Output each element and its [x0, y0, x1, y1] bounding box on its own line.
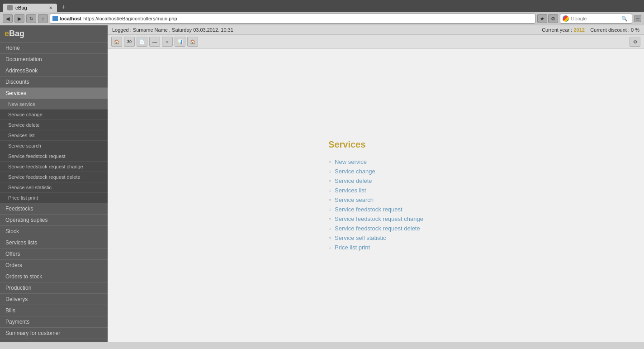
sidebar-item-services[interactable]: Services: [0, 88, 108, 99]
sidebar-item-operating-suplies[interactable]: Operating suplies: [0, 215, 108, 226]
sidebar-subitem-service-search[interactable]: Service search: [0, 141, 108, 151]
sidebar-subitem-price-list-print[interactable]: Price list print: [0, 193, 108, 203]
sidebar-item-offers[interactable]: Offers: [0, 249, 108, 260]
google-icon: [563, 15, 569, 22]
address-bar[interactable]: localhost https://localhost/eBag/control…: [50, 14, 535, 24]
sidebar-item-discounts[interactable]: Discounts: [0, 76, 108, 88]
sidebar-item-home[interactable]: Home: [0, 43, 108, 54]
toolbar-house-btn[interactable]: 🏠: [187, 37, 198, 47]
sidebar-item-deliverys[interactable]: Deliverys: [0, 294, 108, 305]
forward-btn[interactable]: ▶: [14, 14, 24, 23]
search-bar[interactable]: Google 🔍: [560, 14, 632, 24]
link-service-search[interactable]: Service search: [335, 196, 374, 203]
sidebar-item-orders[interactable]: Orders: [0, 260, 108, 271]
link-service-change[interactable]: Service change: [335, 168, 375, 175]
toolbar-gear-btn[interactable]: ⚙: [630, 37, 640, 47]
list-item: Service feedstock request change: [328, 214, 423, 224]
app-container: eBag Home Documentation AddressBook Disc…: [0, 25, 644, 342]
content-area: Services New service Service change Serv…: [108, 49, 644, 342]
link-new-service[interactable]: New service: [335, 158, 367, 165]
sidebar-subitem-sell-statistic[interactable]: Service sell statistic: [0, 182, 108, 193]
logo-bag: Bag: [9, 29, 24, 38]
status-bar: Logged : Surname Name , Saturday 03.03.2…: [108, 25, 644, 35]
sidebar-item-services-lists[interactable]: Services lists: [0, 237, 108, 249]
list-item: Service delete: [328, 176, 423, 186]
list-item: Services list: [328, 186, 423, 195]
logo-text: eBag: [5, 29, 24, 38]
browser-tab[interactable]: eBag ✕: [3, 4, 57, 12]
list-item: Price list print: [328, 243, 423, 252]
sidebar-item-stock[interactable]: Stock: [0, 226, 108, 237]
services-panel: Services New service Service change Serv…: [328, 139, 423, 252]
sidebar-item-bills[interactable]: Bills: [0, 305, 108, 316]
sidebar-subitem-new-service[interactable]: New service: [0, 99, 108, 110]
sidebar-item-orders-to-stock[interactable]: Orders to stock: [0, 271, 108, 282]
sidebar: eBag Home Documentation AddressBook Disc…: [0, 25, 108, 342]
sidebar-item-production[interactable]: Production: [0, 282, 108, 294]
toolbar-list-btn[interactable]: ≡: [162, 37, 173, 47]
sidebar-logo: eBag: [0, 25, 108, 43]
tools-btn[interactable]: ⚙: [548, 14, 558, 23]
sidebar-subitem-services-list[interactable]: Services list: [0, 130, 108, 141]
home-btn[interactable]: ⌂: [38, 14, 48, 23]
list-item: Service feedstock request: [328, 205, 423, 214]
sidebar-subitem-service-delete[interactable]: Service delete: [0, 120, 108, 130]
sidebar-subitem-feedstock-request-change[interactable]: Service feedstock request change: [0, 162, 108, 172]
link-feedstock-request-delete[interactable]: Service feedstock request delete: [335, 225, 420, 232]
sidebar-item-documentation[interactable]: Documentation: [0, 54, 108, 65]
tab-close-btn[interactable]: ✕: [49, 5, 52, 10]
current-discount-label: Current discount :: [590, 27, 630, 33]
year-discount-info: Current year : 2012 Current discount : 0…: [542, 27, 639, 33]
sidebar-subitem-service-change[interactable]: Service change: [0, 110, 108, 120]
toolbar-home-btn[interactable]: 🏠: [111, 37, 122, 47]
new-tab-btn[interactable]: +: [58, 2, 69, 12]
list-item: Service feedstock request delete: [328, 224, 423, 233]
link-price-list-print[interactable]: Price list print: [335, 244, 370, 251]
current-year-value: 2012: [573, 27, 586, 33]
list-item: New service: [328, 157, 423, 167]
list-item: Service change: [328, 167, 423, 176]
refresh-btn[interactable]: ↻: [26, 14, 36, 23]
sidebar-subitem-feedstock-request-delete[interactable]: Service feedstock request delete: [0, 172, 108, 182]
link-feedstock-request-change[interactable]: Service feedstock request change: [335, 215, 423, 222]
link-services-list[interactable]: Services list: [335, 187, 366, 194]
toolbar-line-btn[interactable]: —: [149, 37, 160, 47]
sidebar-item-payments[interactable]: Payments: [0, 316, 108, 328]
logo-e: e: [5, 29, 9, 38]
logged-info: Logged : Surname Name , Saturday 03.03.2…: [112, 27, 233, 33]
address-url: https://localhost/eBag/controllers/main.…: [83, 16, 177, 21]
list-item: Service sell statistic: [328, 233, 423, 243]
sidebar-item-summary-for-customer[interactable]: Summary for customer: [0, 328, 108, 339]
toolbar-chart-btn[interactable]: 📊: [175, 37, 185, 47]
address-favicon: [52, 16, 58, 21]
address-host: localhost: [60, 16, 81, 21]
toolbar: 🏠 30 📄 — ≡ 📊 🏠 ⚙: [108, 35, 644, 49]
current-year-label: Current year :: [542, 27, 572, 33]
browser-chrome: eBag ✕ +: [0, 0, 644, 12]
sidebar-subitem-feedstock-request[interactable]: Service feedstock request: [0, 151, 108, 162]
sidebar-item-employees[interactable]: Employees: [0, 339, 108, 342]
search-btn[interactable]: 🔍: [620, 14, 630, 23]
link-feedstock-request[interactable]: Service feedstock request: [335, 206, 402, 213]
tab-favicon: [7, 5, 13, 10]
services-heading: Services: [328, 139, 423, 150]
link-service-delete[interactable]: Service delete: [335, 177, 372, 184]
services-menu-list: New service Service change Service delet…: [328, 157, 423, 252]
bookmark-btn[interactable]: ★: [537, 14, 547, 23]
back-btn[interactable]: ◀: [3, 14, 13, 23]
extensions-btn[interactable]: ☰: [634, 15, 641, 22]
main-content: Logged : Surname Name , Saturday 03.03.2…: [108, 25, 644, 342]
link-sell-statistic[interactable]: Service sell statistic: [335, 234, 386, 241]
toolbar-view-btn[interactable]: 30: [124, 37, 135, 47]
sidebar-item-feedstocks[interactable]: Feedstocks: [0, 203, 108, 215]
browser-nav-bar: ◀ ▶ ↻ ⌂ localhost https://localhost/eBag…: [0, 12, 644, 25]
toolbar-doc-btn[interactable]: 📄: [137, 37, 147, 47]
tab-title: eBag: [15, 5, 27, 10]
search-engine-label: Google: [571, 16, 587, 21]
sidebar-submenu-services: New service Service change Service delet…: [0, 99, 108, 203]
current-discount-value: 0 %: [631, 27, 639, 33]
sidebar-item-addressbook[interactable]: AddressBook: [0, 65, 108, 76]
list-item: Service search: [328, 195, 423, 205]
